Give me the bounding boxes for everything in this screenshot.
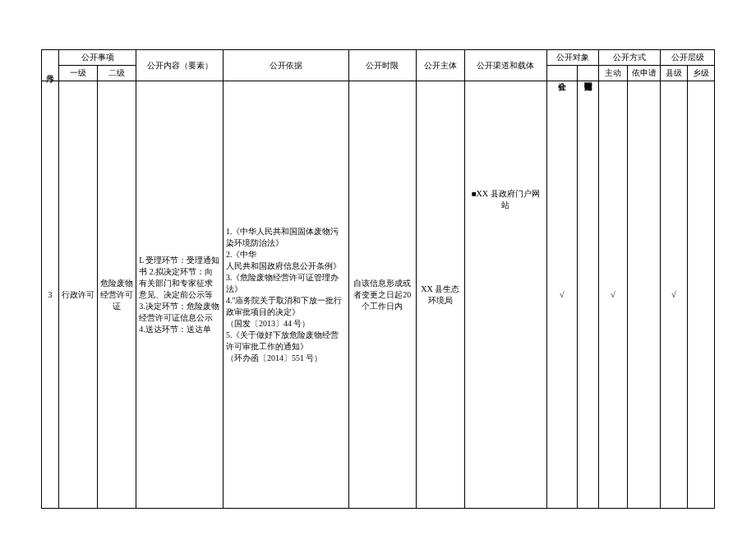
header-level: 公开层级	[661, 50, 715, 66]
header-on-request: 依申请	[628, 66, 661, 81]
header-active: 主动	[598, 66, 627, 81]
disclosure-table: 序号 公开事项 公开内容（要素） 公开依据 公开时限 公开主体 公开渠道和载体 …	[41, 49, 715, 509]
header-seq: 序号	[42, 50, 59, 81]
cell-township	[688, 81, 715, 509]
cell-level1: 行政许可	[59, 81, 98, 509]
header-matter: 公开事项	[59, 50, 136, 66]
header-timelimit: 公开时限	[348, 50, 416, 81]
cell-basis: 1.《中华人民共和国固体废物污染环境防治法》 2.《中华 人民共和国政府信息公开…	[223, 81, 348, 509]
header-subject: 公开主体	[416, 50, 464, 81]
cell-active: √	[598, 81, 627, 509]
header-specific-group: 特定群请明体依写	[578, 66, 599, 81]
cell-county: √	[661, 81, 688, 509]
header-all-society: 全社会	[546, 66, 578, 81]
header-basis: 公开依据	[223, 50, 348, 81]
header-level1: 一级	[59, 66, 98, 81]
cell-channel: ■XX 县政府门户网站	[464, 81, 546, 509]
cell-on-request	[628, 81, 661, 509]
header-township: 乡级	[688, 66, 715, 81]
header-row-1: 序号 公开事项 公开内容（要素） 公开依据 公开时限 公开主体 公开渠道和载体 …	[42, 50, 715, 66]
header-county: 县级	[661, 66, 688, 81]
cell-all-society: √	[546, 81, 578, 509]
cell-seq: 3	[42, 81, 59, 509]
header-channel: 公开渠道和载体	[464, 50, 546, 81]
cell-level2: 危险废物经营许可证	[98, 81, 136, 509]
header-method: 公开方式	[598, 50, 660, 66]
table-row: 3 行政许可 危险废物经营许可证 L 受理环节：受理通知书 2.拟决定环节：向有…	[42, 81, 715, 509]
header-target: 公开对象	[546, 50, 598, 66]
cell-timelimit: 自该信息形成或者变更之日起20 个工作日内	[348, 81, 416, 509]
cell-specific-group	[578, 81, 599, 509]
cell-content: L 受理环节：受理通知书 2.拟决定环节：向有关部门和专家征求意见、决定前公示等…	[136, 81, 224, 509]
cell-subject: XX 县生态环境局	[416, 81, 464, 509]
header-content: 公开内容（要素）	[136, 50, 224, 81]
header-level2: 二级	[98, 66, 136, 81]
